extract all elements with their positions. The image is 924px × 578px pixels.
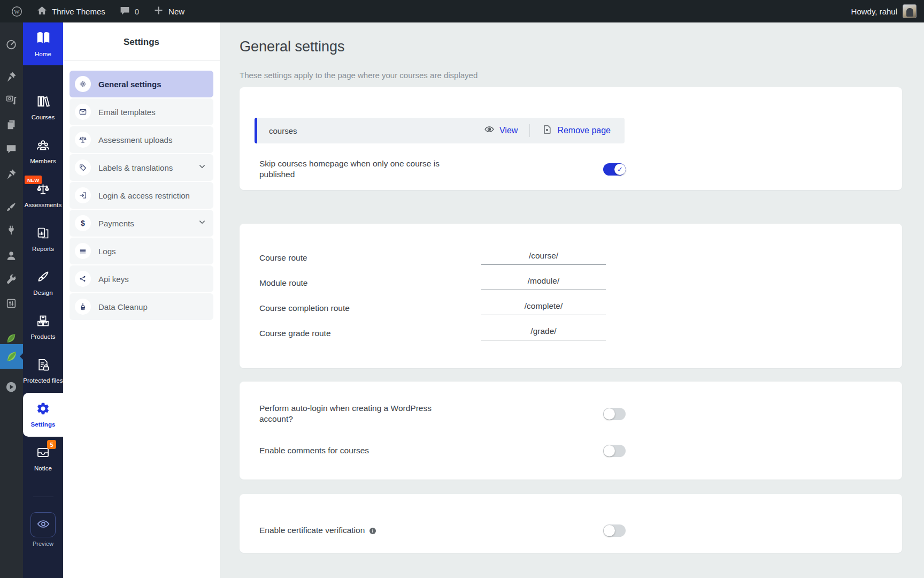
- enable-comments-toggle[interactable]: [603, 445, 626, 457]
- sidebar-item-design[interactable]: Design: [23, 261, 63, 305]
- menu-item-assessment-uploads[interactable]: Assessment uploads: [70, 126, 213, 153]
- thrive-leaf-icon[interactable]: [5, 332, 18, 345]
- toggle-knob: [604, 445, 615, 457]
- broom-icon: [75, 299, 91, 315]
- sidebar-item-label: Products: [30, 333, 55, 340]
- preview-button[interactable]: [30, 512, 56, 537]
- scale-icon: [75, 132, 91, 148]
- plugins-plug-icon[interactable]: [5, 224, 18, 237]
- envelope-icon: [75, 104, 91, 120]
- pin-post-icon[interactable]: [5, 70, 18, 83]
- course-page-value: courses: [269, 126, 297, 135]
- auto-login-toggle[interactable]: [603, 408, 626, 420]
- plus-icon: [153, 5, 164, 18]
- menu-item-email-templates[interactable]: Email templates: [70, 98, 213, 125]
- home-icon: [36, 5, 48, 18]
- course-page-field: courses View Remove page: [255, 118, 625, 143]
- gear-icon: [75, 76, 91, 92]
- comment-icon: [119, 5, 130, 18]
- book-icon: [35, 30, 51, 48]
- toggle-knob: ✓: [614, 164, 626, 175]
- users-icon[interactable]: [5, 249, 18, 262]
- chevron-down-icon: [197, 162, 207, 173]
- panel-title: Settings: [63, 22, 220, 60]
- thrive-sidebar: Home Courses Members NEW Assessments Rep…: [23, 22, 63, 578]
- new-menu[interactable]: New: [146, 0, 191, 22]
- skip-homepage-toggle[interactable]: ✓: [603, 163, 626, 176]
- eye-icon: [36, 517, 50, 533]
- page-title: General settings: [240, 39, 902, 55]
- video-play-icon[interactable]: [5, 381, 18, 393]
- certificate-card: Enable certificate verification: [240, 494, 902, 553]
- sidebar-item-products[interactable]: Products: [23, 305, 63, 349]
- sidebar-item-members[interactable]: Members: [23, 130, 63, 173]
- sidebar-item-label: Assessments: [25, 201, 61, 209]
- comments-sidebar-icon[interactable]: [5, 142, 18, 155]
- route-row: Course completion route: [259, 295, 626, 321]
- thrive-dashboard-active-item[interactable]: [0, 344, 23, 369]
- site-menu[interactable]: Thrive Themes: [29, 0, 112, 22]
- sidebar-item-home[interactable]: Home: [23, 22, 63, 65]
- routes-card: Course route Module route Course complet…: [240, 224, 902, 368]
- course-page-card: courses View Remove page Skip courses ho…: [240, 87, 902, 190]
- library-icon: [36, 94, 50, 111]
- remove-page-link[interactable]: Remove page: [542, 124, 611, 137]
- certificate-toggle[interactable]: [603, 524, 626, 537]
- login-icon: [75, 187, 91, 203]
- remove-page-icon: [542, 124, 552, 137]
- people-icon: [36, 138, 50, 155]
- pin-post-icon-2[interactable]: [5, 168, 18, 180]
- media-icon[interactable]: [5, 93, 18, 106]
- menu-item-label: Labels & translations: [98, 163, 190, 172]
- eye-icon: [484, 124, 495, 137]
- sidebar-item-protected-files[interactable]: Protected files: [23, 349, 63, 393]
- pages-icon[interactable]: [5, 118, 18, 131]
- module-route-input[interactable]: [481, 276, 606, 290]
- view-link[interactable]: View: [484, 124, 518, 137]
- skip-homepage-row: Skip courses homepage when only one cour…: [259, 158, 626, 180]
- settings-panel: Settings General settings Email template…: [63, 22, 220, 578]
- sidebar-item-label: Courses: [32, 113, 55, 121]
- grade-route-label: Course grade route: [259, 329, 481, 338]
- menu-item-login-access[interactable]: Login & access restriction: [70, 182, 213, 209]
- menu-item-data-cleanup[interactable]: Data Cleanup: [70, 293, 213, 320]
- sidebar-divider: [33, 497, 53, 497]
- menu-item-label: Email templates: [98, 108, 207, 117]
- info-icon[interactable]: [368, 527, 377, 535]
- certificate-label: Enable certificate verification: [259, 525, 365, 536]
- course-route-input[interactable]: [481, 251, 606, 265]
- sidebar-item-reports[interactable]: Reports: [23, 217, 63, 261]
- menu-item-logs[interactable]: Logs: [70, 238, 213, 264]
- sidebar-item-settings[interactable]: Settings: [23, 393, 63, 437]
- avatar[interactable]: [903, 4, 917, 18]
- sidebar-item-assessments[interactable]: NEW Assessments: [23, 173, 63, 217]
- sidebar-item-courses[interactable]: Courses: [23, 86, 63, 130]
- grade-route-input[interactable]: [481, 326, 606, 340]
- menu-item-general-settings[interactable]: General settings: [70, 71, 213, 97]
- toggle-knob: [604, 525, 615, 536]
- howdy-text[interactable]: Howdy, rahul: [851, 7, 897, 16]
- preview-label: Preview: [33, 541, 53, 547]
- enable-comments-label: Enable comments for courses: [259, 445, 369, 456]
- view-label: View: [499, 126, 518, 135]
- tools-wrench-icon[interactable]: [5, 273, 18, 286]
- comments-menu[interactable]: 0: [112, 0, 146, 22]
- sidebar-item-notice[interactable]: 5 Notice: [23, 437, 63, 481]
- wordpress-logo-icon[interactable]: W: [4, 0, 29, 22]
- admin-bar: W Thrive Themes 0 New Howdy, rahul: [0, 0, 924, 22]
- route-row: Course route: [259, 245, 626, 270]
- menu-item-payments[interactable]: $ Payments: [70, 210, 213, 237]
- completion-route-input[interactable]: [481, 301, 606, 315]
- menu-item-labels-translations[interactable]: Labels & translations: [70, 154, 213, 181]
- account-options-card: Perform auto-login when creating a WordP…: [240, 382, 902, 479]
- network-icon: [75, 271, 91, 287]
- menu-item-api-keys[interactable]: Api keys: [70, 265, 213, 292]
- dashboard-icon[interactable]: [5, 38, 18, 51]
- appearance-brush-icon[interactable]: [5, 201, 18, 214]
- options-sliders-icon[interactable]: [5, 297, 18, 310]
- svg-text:W: W: [14, 8, 20, 14]
- toggle-knob: [604, 408, 615, 420]
- report-icon: [36, 226, 50, 242]
- file-lock-icon: [36, 358, 50, 374]
- completion-route-label: Course completion route: [259, 303, 481, 313]
